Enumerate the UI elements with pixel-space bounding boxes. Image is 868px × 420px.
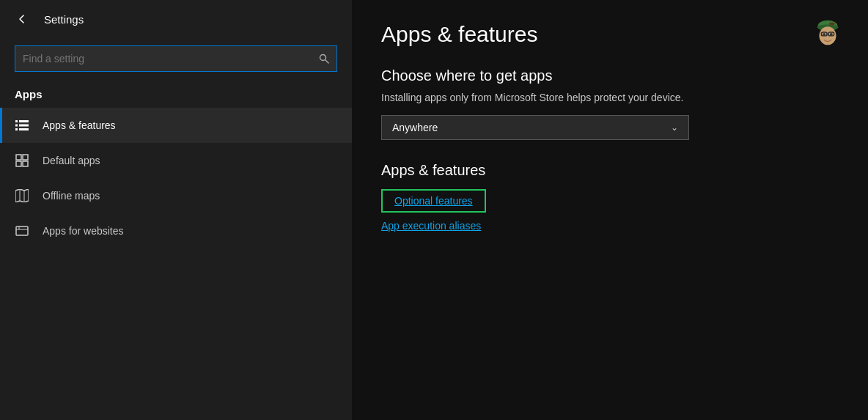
sidebar: Settings Apps Apps & featuresDefault app… [0,0,352,420]
svg-rect-3 [15,125,18,127]
websites-icon [15,224,29,238]
sidebar-item-default-apps[interactable]: Default apps [0,143,352,178]
svg-rect-7 [19,128,29,130]
apps-section-label: Apps [0,82,352,108]
apps-features-subheading: Apps & features [381,162,839,179]
nav-list: Apps & featuresDefault appsOffline mapsA… [0,108,352,248]
list-icon [15,118,29,133]
svg-rect-2 [15,120,18,122]
search-icon [319,54,329,64]
chevron-down-icon: ⌄ [671,122,678,133]
sidebar-item-label-offline-maps: Offline maps [43,190,100,202]
sidebar-title: Settings [44,13,84,26]
dropdown-value: Anywhere [392,122,438,133]
svg-point-26 [829,23,835,26]
maps-icon [15,188,29,203]
avatar [809,15,846,51]
app-source-dropdown[interactable]: Anywhere ⌄ [381,115,689,140]
svg-marker-12 [15,189,29,202]
svg-point-0 [320,55,326,61]
svg-rect-6 [19,125,29,127]
svg-rect-4 [15,128,18,130]
svg-rect-10 [16,161,21,166]
search-input[interactable] [23,53,313,65]
sidebar-item-offline-maps[interactable]: Offline maps [0,178,352,213]
search-container [0,38,352,82]
choose-section-description: Installing apps only from Microsoft Stor… [381,92,839,103]
search-box[interactable] [15,45,337,72]
sidebar-item-label-default-apps: Default apps [43,155,100,166]
default-apps-icon [15,153,29,168]
svg-line-1 [326,60,328,63]
svg-rect-5 [19,120,29,122]
svg-rect-9 [23,155,28,160]
svg-rect-15 [16,226,28,235]
back-button[interactable] [12,9,32,29]
sidebar-item-label-apps-websites: Apps for websites [43,225,124,237]
feature-links-list: Optional featuresApp execution aliases [381,189,839,232]
link-optional-features[interactable]: Optional features [381,189,486,213]
svg-rect-11 [23,161,28,166]
main-content: Apps & features Choose where to get apps… [352,0,868,420]
svg-rect-8 [16,155,21,160]
choose-section-heading: Choose where to get apps [381,67,839,84]
sidebar-header: Settings [0,0,352,38]
sidebar-item-apps-features[interactable]: Apps & features [0,108,352,143]
page-title: Apps & features [381,22,839,47]
sidebar-item-apps-websites[interactable]: Apps for websites [0,213,352,248]
sidebar-item-label-apps-features: Apps & features [43,119,116,131]
link-app-execution-aliases[interactable]: App execution aliases [381,220,839,232]
